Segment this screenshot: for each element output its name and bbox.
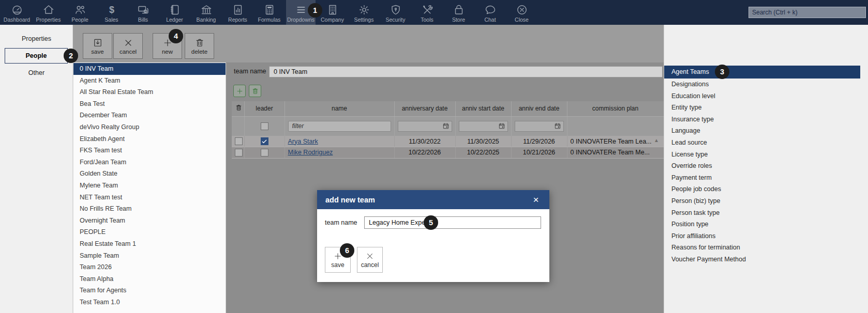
dialog-cancel-button[interactable]: cancel [357, 247, 383, 273]
chat-icon [484, 4, 497, 16]
nav-item-people[interactable]: People [65, 0, 95, 25]
team-list-item[interactable]: Team for Agents [73, 285, 226, 296]
nav-item-dashboard[interactable]: Dashboard [2, 0, 32, 25]
dropdown-category-item[interactable]: License type [664, 149, 868, 161]
dropdown-category-item[interactable]: Lead source [664, 137, 868, 149]
team-list-item[interactable]: Sample Team [73, 250, 226, 262]
dropdown-category-item[interactable]: Voucher Payment Method [664, 254, 868, 265]
nav-item-formulas[interactable]: Formulas [255, 0, 284, 25]
column-header-name[interactable]: name [285, 101, 394, 116]
team-list-item[interactable]: December Team [73, 109, 226, 121]
team-list-item[interactable]: Team Alpha [73, 273, 226, 285]
team-list-item[interactable]: PEOPLE [73, 226, 226, 238]
nav-item-bills[interactable]: $Bills [128, 0, 158, 25]
filter-leader-checkbox[interactable] [261, 122, 268, 130]
member-row[interactable]: Mike Rodriguez10/22/202610/22/202510/21/… [232, 147, 664, 159]
team-list-item[interactable]: 0 INV Team [73, 63, 226, 75]
member-row[interactable]: Arya Stark11/30/202211/30/202511/29/2026… [232, 136, 664, 147]
dropdown-category-item[interactable]: Language [664, 125, 868, 137]
member-name-link[interactable]: Mike Rodriguez [288, 149, 333, 156]
team-name-input[interactable] [269, 66, 663, 77]
dropdown-category-item[interactable]: Prior affiliations [664, 230, 868, 242]
team-list-item[interactable]: Golden State [73, 168, 226, 180]
column-header-leader[interactable]: leader [244, 101, 285, 116]
toolbar: savecancelnewdelete [73, 25, 664, 62]
nav-item-close[interactable]: Close [507, 0, 536, 25]
search-input[interactable] [749, 7, 866, 18]
nav-item-label: Company [321, 17, 344, 23]
team-list-item[interactable]: Team 2026 [73, 261, 226, 273]
team-list-item[interactable]: FKS Team test [73, 145, 226, 156]
dropdown-category-item[interactable]: Position type [664, 218, 868, 230]
column-header-anniv-end-date[interactable]: anniv end date [511, 101, 567, 116]
team-list-item[interactable]: Elizabeth Agent [73, 133, 226, 145]
dropdown-category-item[interactable]: Person (biz) type [664, 195, 868, 207]
dropdown-category-item[interactable]: Payment term [664, 172, 868, 184]
dropdown-category-item[interactable]: Person task type [664, 207, 868, 219]
scroll-up-icon[interactable]: ▲ [654, 137, 659, 143]
nav-item-security[interactable]: Security [381, 0, 410, 25]
dropdown-category-item[interactable]: Designations [664, 79, 868, 90]
team-list-item[interactable]: Test Team 1.0 [73, 296, 226, 308]
nav-item-settings[interactable]: Settings [349, 0, 379, 25]
sidebar-item-properties[interactable]: Properties [0, 31, 73, 46]
dropdown-category-item[interactable]: Insurance type [664, 114, 868, 126]
delete-member-button[interactable] [249, 85, 261, 97]
team-list-item[interactable]: Mylene Team [73, 180, 226, 192]
leader-checkbox[interactable] [261, 149, 268, 156]
svg-text:$: $ [109, 5, 114, 15]
team-list-item[interactable]: NET Team test [73, 192, 226, 204]
nav-item-properties[interactable]: Properties [34, 0, 63, 25]
dropdown-category-item[interactable]: Agent Teams [664, 66, 860, 79]
team-list-item[interactable]: Overnight Team [73, 215, 226, 227]
sidebar-item-other[interactable]: Other [0, 65, 73, 81]
dropdown-categories-panel: Agent TeamsDesignationsEducation levelEn… [664, 25, 868, 313]
dropdown-category-item[interactable]: Override roles [664, 160, 868, 172]
date-filter-input[interactable] [398, 121, 452, 132]
close-icon[interactable]: × [529, 190, 543, 209]
team-list-item[interactable]: Ford/Jean Team [73, 156, 226, 168]
nav-item-company[interactable]: Company [318, 0, 347, 25]
sidebar-item-people[interactable]: People [5, 48, 68, 64]
team-list-item[interactable]: Agent K Team [73, 75, 226, 87]
nav-item-tools[interactable]: Tools [412, 0, 442, 25]
column-header-trash-icon[interactable] [232, 101, 244, 116]
row-select-checkbox[interactable] [235, 137, 243, 145]
date-filter-input[interactable] [515, 121, 564, 132]
team-list: 0 INV TeamAgent K TeamAll Star Real Esta… [73, 62, 226, 313]
nav-item-reports[interactable]: Reports [223, 0, 252, 25]
row-select-checkbox[interactable] [235, 149, 243, 156]
member-name-link[interactable]: Arya Stark [288, 138, 318, 145]
add-member-button[interactable] [233, 85, 246, 97]
delete-button[interactable]: delete [185, 33, 214, 59]
save-button[interactable]: save [83, 33, 112, 59]
calendar-icon[interactable] [498, 122, 505, 130]
nav-item-store[interactable]: Store [444, 0, 473, 25]
dropdown-category-item[interactable]: People job codes [664, 183, 868, 195]
bills-icon: $ [137, 4, 149, 16]
nav-item-label: Bills [138, 17, 148, 23]
dropdown-category-item[interactable]: Education level [664, 90, 868, 102]
nav-item-chat[interactable]: Chat [475, 0, 505, 25]
leader-checkbox[interactable] [261, 137, 268, 145]
team-list-item[interactable]: No Frills RE Team [73, 203, 226, 215]
date-filter-input[interactable] [459, 121, 508, 132]
calendar-icon[interactable] [554, 122, 561, 130]
dropdown-category-item[interactable]: Entity type [664, 102, 868, 114]
nav-item-banking[interactable]: Banking [191, 0, 221, 25]
calendar-icon[interactable] [442, 122, 450, 130]
team-list-item[interactable]: All Star Real Estate Team [73, 86, 226, 98]
bank-icon [200, 4, 213, 16]
team-list-item[interactable]: Bea Test [73, 98, 226, 110]
column-header-commission-plan[interactable]: commission plan [567, 101, 664, 116]
nav-item-ledger[interactable]: Ledger [160, 0, 189, 25]
name-filter-input[interactable] [288, 121, 391, 132]
dialog-team-name-input[interactable] [364, 216, 541, 229]
column-header-anniv-start-date[interactable]: anniv start date [455, 101, 511, 116]
column-header-anniversary-date[interactable]: anniversary date [394, 101, 455, 116]
cancel-button[interactable]: cancel [113, 33, 143, 59]
nav-item-sales[interactable]: $Sales [97, 0, 126, 25]
dropdown-category-item[interactable]: Reasons for termination [664, 242, 868, 254]
team-list-item[interactable]: deVivo Realty Group [73, 121, 226, 133]
team-list-item[interactable]: Real Estate Team 1 [73, 238, 226, 250]
